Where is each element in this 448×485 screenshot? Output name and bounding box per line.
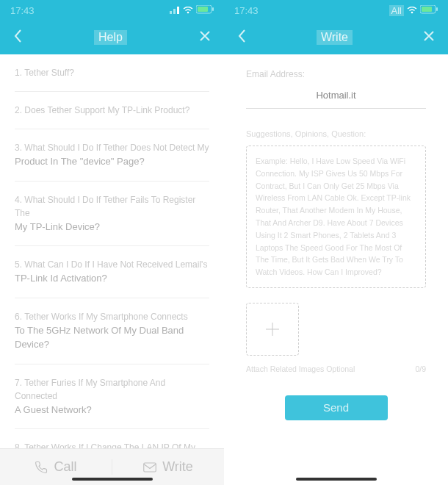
write-label: Write (162, 459, 193, 475)
faq-item[interactable]: 4. What Should I Do If Tether Fails To R… (15, 182, 209, 247)
faq-item-text: 7. Tether Furies If My Smartphone And Co… (15, 376, 209, 403)
faq-item-text-bold: TP-Link Id Activation? (15, 271, 209, 286)
faq-item-text: 1. Tether Stuff? (15, 66, 209, 79)
faq-item[interactable]: 2. Does Tether Support My TP-Link Produc… (15, 92, 209, 129)
attach-count: 0/9 (415, 364, 426, 373)
svg-point-8 (411, 11, 413, 13)
write-screen: 17:43 All Write Email Address: Suggestio… (224, 0, 448, 485)
close-icon[interactable] (423, 30, 435, 45)
status-all-text: All (389, 5, 404, 16)
status-icons (170, 5, 214, 16)
page-title: Help (94, 30, 127, 45)
attach-image-button[interactable] (246, 303, 299, 356)
svg-point-3 (187, 11, 189, 13)
faq-item[interactable]: 6. Tether Works If My Smartphone Connect… (15, 298, 209, 364)
suggestion-label: Suggestions, Opinions, Question: (246, 129, 426, 138)
faq-item-text-bold: Product In The "device" Page? (15, 154, 209, 169)
faq-item-text: 8. Tether Works If I Change The LAN IP O… (15, 441, 209, 448)
faq-item-text-bold: To The 5GHz Network Of My Dual Band Devi… (15, 323, 209, 352)
faq-item-text: 5. What Can I Do If I Have Not Received … (15, 258, 209, 271)
faq-item-text: 3. What Should I Do If Tether Does Not D… (15, 141, 209, 154)
back-icon[interactable] (237, 29, 246, 46)
page-title: Write (317, 30, 353, 45)
call-button[interactable]: Call (0, 459, 112, 475)
faq-item-text: 6. Tether Works If My Smartphone Connect… (15, 310, 209, 323)
faq-item[interactable]: 5. What Can I Do If I Have Not Received … (15, 246, 209, 298)
nav-bar: Write (224, 21, 448, 54)
suggestion-textarea[interactable]: Example: Hello, I Have Low Speed Via WiF… (246, 146, 426, 288)
svg-rect-0 (170, 11, 172, 14)
faq-item[interactable]: 3. What Should I Do If Tether Does Not D… (15, 129, 209, 182)
email-field[interactable] (246, 85, 426, 109)
write-form: Email Address: Suggestions, Opinions, Qu… (224, 54, 448, 485)
status-time: 17:43 (234, 5, 259, 16)
wifi-icon (183, 5, 193, 16)
faq-item[interactable]: 7. Tether Furies If My Smartphone And Co… (15, 364, 209, 430)
email-label: Email Address: (246, 69, 426, 79)
back-icon[interactable] (13, 29, 22, 46)
status-icons: All (389, 5, 438, 16)
nav-bar: Help (0, 21, 224, 54)
svg-rect-6 (212, 7, 214, 11)
send-button[interactable]: Send (285, 395, 388, 420)
signal-icon (170, 5, 180, 16)
close-icon[interactable] (199, 30, 211, 45)
battery-icon (196, 5, 214, 16)
status-bar: 17:43 All (224, 0, 448, 21)
svg-rect-7 (144, 463, 156, 472)
faq-item[interactable]: 8. Tether Works If I Change The LAN IP O… (15, 429, 209, 448)
call-label: Call (54, 459, 76, 475)
attach-label: Attach Related Images Optional (246, 364, 355, 373)
faq-item-text: 2. Does Tether Support My TP-Link Produc… (15, 104, 209, 117)
svg-rect-1 (173, 9, 176, 14)
wifi-icon (407, 5, 417, 16)
status-bar: 17:43 (0, 0, 224, 21)
svg-rect-10 (422, 7, 432, 12)
home-indicator[interactable] (72, 478, 153, 481)
status-time: 17:43 (10, 5, 35, 16)
faq-item-text: 4. What Should I Do If Tether Fails To R… (15, 193, 209, 220)
svg-rect-2 (177, 7, 179, 14)
home-indicator[interactable] (296, 478, 377, 481)
faq-list-container[interactable]: 1. Tether Stuff?2. Does Tether Support M… (0, 54, 224, 448)
faq-item-text-bold: A Guest Network? (15, 403, 209, 417)
write-button[interactable]: Write (112, 459, 224, 475)
help-screen: 17:43 Help 1. Tether Stuff?2. Does Tethe… (0, 0, 224, 485)
faq-item[interactable]: 1. Tether Stuff? (15, 54, 209, 92)
svg-rect-5 (198, 7, 208, 12)
battery-icon (420, 5, 438, 16)
svg-rect-11 (436, 7, 438, 11)
faq-item-text-bold: My TP-Link Device? (15, 220, 209, 234)
